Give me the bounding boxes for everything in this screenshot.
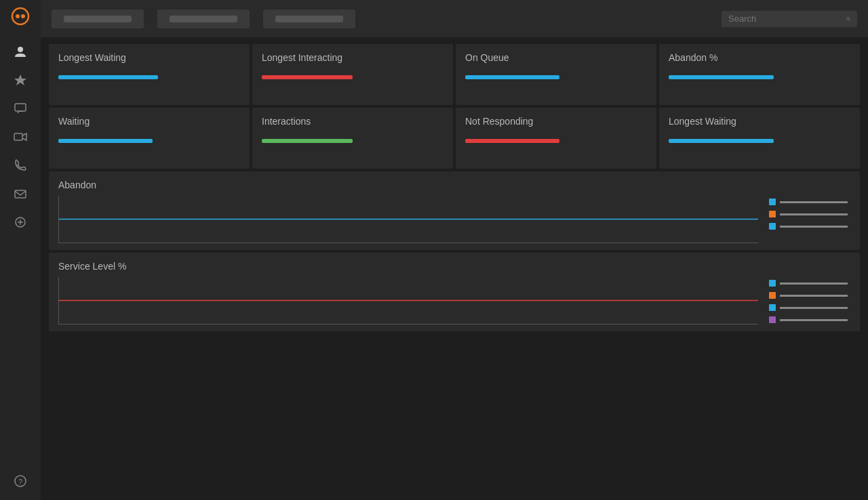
legend-dot-3	[769, 223, 776, 230]
svg-rect-5	[15, 104, 26, 111]
abandon-chart-area	[58, 196, 758, 243]
metric-bar-longest-waiting-1	[58, 75, 158, 79]
metric-title-not-responding: Not Responding	[465, 116, 647, 127]
service-level-chart-svg	[59, 277, 758, 324]
metric-bar-waiting	[58, 139, 153, 143]
abandon-chart-title: Abandon	[58, 180, 850, 190]
service-level-chart-title: Service Level %	[58, 261, 850, 272]
metric-bar-container	[465, 74, 647, 81]
sidebar-item-email[interactable]	[8, 182, 33, 206]
metric-bar-not-responding	[465, 139, 559, 143]
sidebar-item-video[interactable]	[8, 125, 33, 149]
svg-point-13	[847, 17, 850, 20]
svg-text:?: ?	[18, 478, 22, 486]
legend-item-3	[769, 223, 850, 230]
topbar-tab-2[interactable]	[157, 9, 250, 28]
legend-dot-sl-1	[769, 280, 776, 287]
metric-title-longest-waiting-2: Longest Waiting	[669, 116, 850, 127]
metrics-row-2: Waiting Interactions Not Responding Long…	[49, 108, 860, 169]
abandon-chart-legend	[769, 196, 850, 230]
svg-line-14	[849, 20, 850, 21]
metric-bar-longest-waiting-2	[669, 139, 774, 143]
dashboard-content: Longest Waiting Longest Interacting On Q…	[41, 37, 868, 500]
search-bar[interactable]	[722, 11, 857, 27]
svg-rect-7	[15, 190, 26, 198]
legend-dot-1	[769, 199, 776, 205]
abandon-chart-section: Abandon	[49, 171, 860, 250]
metric-not-responding: Not Responding	[456, 108, 656, 169]
svg-point-3	[18, 47, 23, 52]
metric-bar-container	[262, 74, 443, 81]
metric-interactions: Interactions	[252, 108, 453, 169]
metric-bar-on-queue	[465, 75, 559, 79]
service-level-chart-body	[58, 277, 850, 325]
sidebar-item-phone[interactable]	[8, 153, 33, 178]
metric-bar-container	[669, 74, 850, 81]
metric-title-on-queue: On Queue	[465, 52, 647, 63]
metric-longest-waiting-1: Longest Waiting	[49, 44, 250, 105]
legend-item-sl-2	[769, 292, 850, 299]
metric-bar-container	[669, 138, 850, 144]
metrics-row-1: Longest Waiting Longest Interacting On Q…	[49, 44, 860, 105]
legend-item-sl-1	[769, 280, 850, 287]
legend-line-sl-4	[780, 319, 848, 321]
search-input[interactable]	[728, 14, 842, 24]
service-level-chart-section: Service Level %	[49, 253, 860, 331]
metric-longest-interacting: Longest Interacting	[252, 44, 453, 105]
svg-point-2	[21, 14, 25, 18]
sidebar-item-chat[interactable]	[8, 96, 33, 121]
metric-title-interactions: Interactions	[262, 116, 443, 127]
metric-on-queue: On Queue	[456, 44, 656, 105]
sidebar: ?	[0, 0, 41, 500]
metric-bar-container	[465, 138, 647, 144]
topbar	[41, 0, 868, 37]
service-level-chart-legend	[769, 277, 850, 323]
legend-line-1	[780, 201, 848, 203]
abandon-chart-svg	[59, 196, 758, 243]
legend-dot-sl-3	[769, 304, 776, 311]
search-icon	[846, 14, 850, 24]
app-logo	[11, 7, 30, 28]
metric-bar-longest-interacting	[262, 75, 353, 79]
metric-longest-waiting-2: Longest Waiting	[659, 108, 860, 169]
legend-dot-sl-4	[769, 316, 776, 323]
metric-bar-container	[58, 138, 240, 144]
legend-dot-sl-2	[769, 292, 776, 299]
legend-dot-2	[769, 211, 776, 217]
legend-line-sl-2	[780, 295, 848, 297]
legend-item-1	[769, 199, 850, 205]
metric-bar-container	[262, 138, 443, 144]
main-area: Longest Waiting Longest Interacting On Q…	[41, 0, 868, 500]
svg-point-1	[16, 14, 20, 18]
metric-bar-abandon-percent	[669, 75, 774, 79]
svg-rect-6	[14, 133, 22, 140]
sidebar-item-user[interactable]	[8, 39, 33, 64]
metric-waiting: Waiting	[49, 108, 250, 169]
sidebar-item-help[interactable]: ?	[8, 469, 33, 493]
metric-bar-container	[58, 74, 240, 81]
abandon-chart-body	[58, 196, 850, 243]
legend-item-sl-4	[769, 316, 850, 323]
legend-line-sl-1	[780, 283, 848, 285]
sidebar-item-shield[interactable]	[8, 210, 33, 234]
metric-bar-interactions	[262, 139, 353, 143]
metric-title-waiting: Waiting	[58, 116, 240, 127]
legend-item-sl-3	[769, 304, 850, 311]
sidebar-item-star[interactable]	[8, 68, 33, 92]
metric-title-abandon-percent: Abandon %	[669, 52, 850, 63]
legend-item-2	[769, 211, 850, 217]
metric-title-longest-interacting: Longest Interacting	[262, 52, 443, 63]
legend-line-3	[780, 226, 848, 228]
legend-line-sl-3	[780, 307, 848, 309]
topbar-tab-3[interactable]	[263, 9, 355, 28]
topbar-tab-1[interactable]	[52, 9, 144, 28]
metric-title-longest-waiting-1: Longest Waiting	[58, 52, 240, 63]
service-level-chart-area	[58, 277, 758, 325]
svg-marker-4	[14, 75, 26, 85]
svg-point-0	[12, 8, 28, 24]
legend-line-2	[780, 213, 848, 215]
metric-abandon-percent: Abandon %	[659, 44, 860, 105]
